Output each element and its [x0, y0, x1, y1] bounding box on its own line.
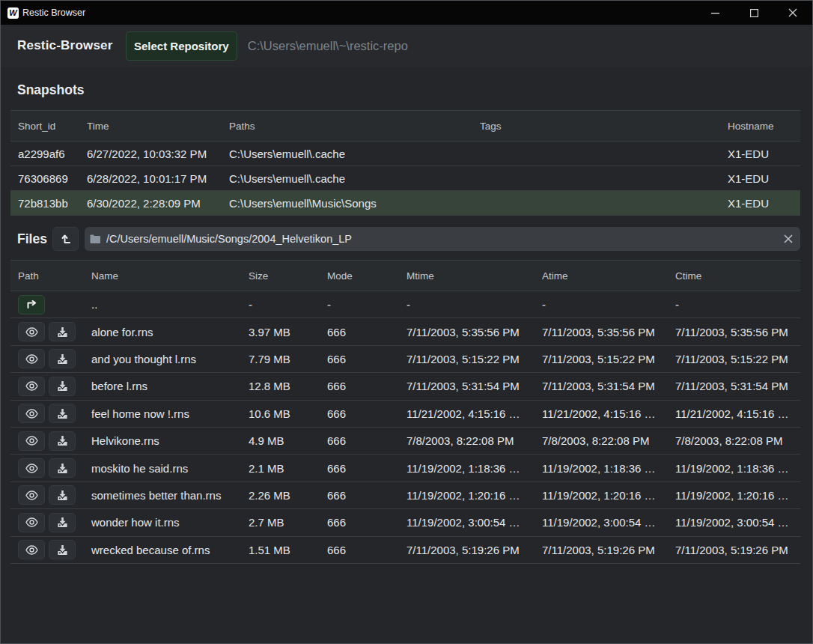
download-file-button[interactable]	[49, 349, 76, 368]
preview-file-button[interactable]	[18, 485, 45, 505]
files-section-title: Files	[10, 231, 52, 247]
clear-path-button[interactable]	[784, 234, 793, 243]
file-actions-cell	[18, 377, 91, 396]
snapshot-row[interactable]: 72b813bb 6/30/2022, 2:28:09 PM C:\Users\…	[10, 191, 800, 216]
eye-icon	[25, 436, 38, 446]
snapshot-row[interactable]: a2299af6 6/27/2022, 10:03:32 PM C:\Users…	[10, 142, 800, 166]
file-name: ..	[91, 298, 249, 311]
file-name: alone for.rns	[91, 326, 249, 338]
file-ctime: -	[675, 298, 800, 311]
file-mode: 666	[327, 353, 406, 365]
snapshots-column-header: Hostname	[728, 121, 800, 132]
current-path-input[interactable]: /C/Users/emuell/Music/Songs/2004_Helveti…	[85, 227, 800, 251]
snapshot-hostname: X1-EDU	[728, 197, 800, 210]
file-name: wonder how it.rns	[91, 516, 249, 529]
download-file-button[interactable]	[49, 431, 76, 451]
preview-file-button[interactable]	[18, 513, 45, 532]
snapshot-time: 6/30/2022, 2:28:09 PM	[87, 197, 229, 210]
file-size: 3.97 MB	[249, 326, 327, 338]
eye-icon	[25, 545, 38, 555]
files-bar: Files /C/Users/emuell/Music/Songs/2004_H…	[10, 227, 800, 251]
files-column-header: Name	[91, 270, 249, 282]
file-actions-cell	[18, 431, 91, 451]
file-actions-cell	[18, 540, 91, 559]
files-column-header: Mtime	[406, 270, 542, 282]
file-actions-cell	[18, 349, 91, 368]
eye-icon	[25, 464, 38, 473]
file-ctime: 11/21/2002, 4:15:16 …	[675, 407, 800, 420]
eye-icon	[25, 409, 38, 419]
minimize-button[interactable]	[695, 1, 734, 25]
preview-file-button[interactable]	[18, 377, 45, 396]
file-ctime: 7/11/2003, 5:15:22 PM	[675, 353, 800, 365]
corner-up-right-icon	[26, 300, 37, 309]
download-icon	[57, 517, 68, 528]
files-column-header: Path	[18, 270, 91, 282]
open-parent-directory-button[interactable]	[18, 295, 45, 315]
app-title: Restic-Browser	[17, 38, 109, 53]
wails-logo-icon: W	[7, 7, 19, 19]
file-size: 12.8 MB	[249, 380, 327, 392]
snapshot-time: 6/28/2022, 10:01:17 PM	[87, 172, 229, 185]
file-row: before l.rns 12.8 MB 666 7/11/2003, 5:31…	[10, 373, 800, 400]
download-file-button[interactable]	[49, 458, 76, 478]
download-icon	[57, 544, 68, 556]
preview-file-button[interactable]	[18, 322, 45, 341]
minimize-icon	[711, 9, 719, 17]
file-mode: 666	[327, 326, 406, 338]
snapshots-column-header: Tags	[480, 121, 728, 132]
preview-file-button[interactable]	[18, 458, 45, 478]
download-file-button[interactable]	[49, 513, 76, 532]
download-file-button[interactable]	[49, 485, 76, 505]
file-row: Helvikone.rns 4.9 MB 666 7/8/2003, 8:22:…	[10, 428, 800, 455]
file-size: 2.26 MB	[249, 489, 327, 502]
file-mtime: 7/11/2003, 5:19:26 PM	[406, 544, 542, 556]
parent-directory-button[interactable]	[52, 227, 79, 251]
file-atime: 7/8/2003, 8:22:08 PM	[542, 434, 675, 447]
file-atime: 7/11/2003, 5:15:22 PM	[542, 353, 675, 365]
file-actions-cell	[18, 404, 91, 423]
file-row: alone for.rns 3.97 MB 666 7/11/2003, 5:3…	[10, 318, 800, 345]
file-row: wrecked because of.rns 1.51 MB 666 7/11/…	[10, 537, 800, 564]
files-column-header: Atime	[542, 270, 675, 282]
file-name: before l.rns	[91, 380, 249, 392]
download-file-button[interactable]	[49, 377, 76, 396]
snapshot-short-id: 72b813bb	[18, 197, 87, 210]
titlebar-left: W Restic Browser	[1, 7, 85, 19]
snapshot-row[interactable]: 76306869 6/28/2022, 10:01:17 PM C:\Users…	[10, 166, 800, 191]
preview-file-button[interactable]	[18, 431, 45, 451]
file-mtime: 11/19/2002, 1:20:16 …	[406, 489, 542, 502]
corner-left-up-icon	[60, 233, 72, 245]
download-file-button[interactable]	[49, 540, 76, 559]
file-row: feel home now !.rns 10.6 MB 666 11/21/20…	[10, 401, 800, 428]
titlebar: W Restic Browser	[1, 1, 812, 25]
file-row: and you thought l.rns 7.79 MB 666 7/11/2…	[10, 346, 800, 373]
select-repository-button[interactable]: Select Repository	[126, 31, 237, 61]
download-file-button[interactable]	[49, 322, 76, 341]
snapshots-column-header: Time	[87, 121, 229, 132]
preview-file-button[interactable]	[18, 349, 45, 368]
close-button[interactable]	[773, 1, 812, 25]
file-name: sometimes better than.rns	[91, 489, 249, 502]
snapshot-paths: C:\Users\emuell\.cache	[229, 148, 480, 160]
file-row: wonder how it.rns 2.7 MB 666 11/19/2002,…	[10, 509, 800, 536]
snapshot-short-id: 76306869	[18, 172, 87, 185]
download-file-button[interactable]	[49, 404, 76, 423]
preview-file-button[interactable]	[18, 404, 45, 423]
file-mtime: 11/21/2002, 4:15:16 …	[406, 407, 542, 420]
file-size: -	[249, 298, 327, 311]
preview-file-button[interactable]	[18, 540, 45, 559]
snapshots-column-header: Short_id	[18, 121, 87, 132]
maximize-icon	[750, 9, 758, 17]
current-path-value: /C/Users/emuell/Music/Songs/2004_Helveti…	[106, 233, 352, 245]
app-window: W Restic Browser Restic-Browser Select R…	[0, 0, 813, 644]
file-size: 10.6 MB	[249, 407, 327, 420]
folder-icon	[90, 234, 101, 244]
file-size: 2.7 MB	[249, 516, 327, 529]
download-icon	[57, 490, 68, 501]
file-atime: 11/19/2002, 1:20:16 …	[542, 489, 675, 502]
eye-icon	[25, 381, 38, 391]
maximize-button[interactable]	[734, 1, 773, 25]
download-icon	[57, 380, 68, 392]
file-name: moskito he said.rns	[91, 462, 249, 475]
